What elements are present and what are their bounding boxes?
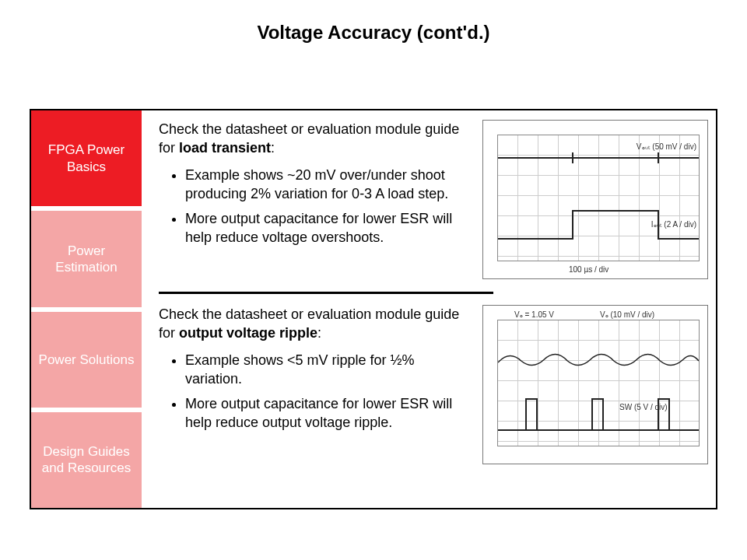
sidebar-item-fpga-power-basics[interactable]: FPGA Power Basics <box>31 110 142 206</box>
bullet-item: Example shows ~20 mV over/under shoot pr… <box>185 166 473 204</box>
intro-suffix: : <box>271 140 275 156</box>
sw-pulse <box>591 398 604 431</box>
vout-trace <box>498 157 699 159</box>
sidebar-item-power-estimation[interactable]: Power Estimation <box>31 211 142 306</box>
sidebar-item-label: Design Guides and Resources <box>36 443 137 477</box>
vo-label: Vₒ (10 mV / div) <box>600 310 654 319</box>
sw-pulse <box>525 398 538 431</box>
sidebar-item-label: Power Estimation <box>36 243 137 276</box>
iout-trace <box>498 238 572 240</box>
vout-undershoot <box>658 152 659 163</box>
main-content: Check the datasheet or evaluation module… <box>142 110 716 508</box>
intro-line: Check the datasheet or evaluation module… <box>159 120 473 158</box>
bullet-list: Example shows <5 mV ripple for ½% variat… <box>159 351 473 432</box>
sw-label: SW (5 V / div) <box>619 403 668 411</box>
slide: Voltage Accuracy (cont'd.) FPGA Power Ba… <box>0 0 747 560</box>
iout-label: Iₒᵤₜ (2 A / div) <box>651 220 696 229</box>
intro-bold: output voltage ripple <box>179 325 317 341</box>
bullet-item: Example shows <5 mV ripple for ½% variat… <box>185 351 473 389</box>
sidebar-item-design-guides[interactable]: Design Guides and Resources <box>31 412 142 508</box>
section-text: Check the datasheet or evaluation module… <box>159 120 473 279</box>
sidebar-item-power-solutions[interactable]: Power Solutions <box>31 312 142 408</box>
iout-trace <box>572 210 573 240</box>
content-frame: FPGA Power Basics Power Estimation Power… <box>30 109 717 509</box>
intro-bold: load transient <box>179 140 271 156</box>
vo-set-label: Vₒ = 1.05 V <box>514 310 554 319</box>
intro-line: Check the datasheet or evaluation module… <box>159 305 473 343</box>
intro-suffix: : <box>317 325 321 341</box>
section-load-transient: Check the datasheet or evaluation module… <box>159 120 708 279</box>
section-text: Check the datasheet or evaluation module… <box>159 305 473 464</box>
scope-load-transient: Vₒᵤₜ (50 mV / div) Iₒᵤₜ (2 A / div) 100 … <box>482 120 708 279</box>
sidebar: FPGA Power Basics Power Estimation Power… <box>31 110 142 508</box>
bullet-item: More output capacitance for lower ESR wi… <box>185 209 473 247</box>
scope-grid <box>497 135 700 261</box>
vout-label: Vₒᵤₜ (50 mV / div) <box>637 142 696 151</box>
timebase-label: 100 µs / div <box>569 265 608 274</box>
section-output-ripple: Check the datasheet or evaluation module… <box>159 305 708 464</box>
sidebar-item-label: Power Solutions <box>39 352 135 368</box>
vo-ripple-trace <box>498 344 699 375</box>
iout-trace <box>572 210 659 212</box>
bullet-list: Example shows ~20 mV over/under shoot pr… <box>159 166 473 247</box>
scope-grid <box>497 320 700 446</box>
vout-overshoot <box>572 152 573 163</box>
section-divider <box>159 292 493 294</box>
scope-output-ripple: Vₒ = 1.05 V Vₒ (10 mV / div) SW (5 V / d… <box>482 305 708 464</box>
sidebar-item-label: FPGA Power Basics <box>36 142 137 175</box>
bullet-item: More output capacitance for lower ESR wi… <box>185 394 473 432</box>
iout-trace <box>658 238 699 240</box>
page-title: Voltage Accuracy (cont'd.) <box>0 22 747 44</box>
